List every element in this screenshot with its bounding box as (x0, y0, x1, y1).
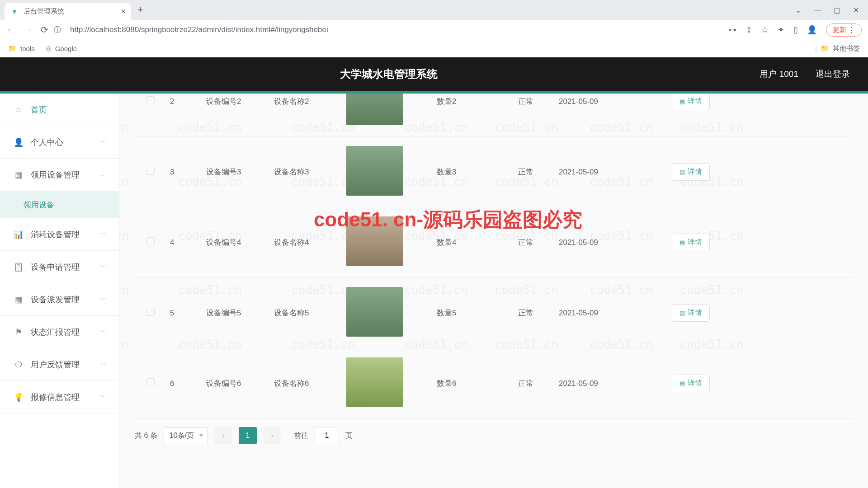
sidebar-item-4[interactable]: 📋 设备申请管理 ﹀ (0, 251, 119, 283)
sidebar: ⌂ 首页 👤 个人中心 ﹀ ▦ 领用设备管理 ︿ 领用设备 📊 消耗设备管理 ﹀… (0, 94, 119, 488)
cell-date: 2021-05-09 (555, 94, 646, 115)
row-checkbox[interactable] (146, 308, 155, 316)
pagination: 共 6 条 10条/页 ‹ 1 › 前往 页 (135, 419, 853, 452)
close-window-icon[interactable]: ✕ (853, 6, 859, 14)
detail-label: 详情 (688, 308, 702, 318)
detail-icon: ▤ (679, 310, 685, 316)
cell-status: 正常 (496, 369, 555, 398)
goto-suffix: 页 (345, 431, 353, 441)
chevron-down-icon: ﹀ (100, 230, 106, 239)
detail-button[interactable]: ▤ 详情 (672, 234, 710, 251)
goto-prefix: 前往 (294, 431, 308, 441)
sidebar-item-3[interactable]: 📊 消耗设备管理 ﹀ (0, 218, 119, 251)
password-key-icon[interactable]: ⊶ (728, 25, 736, 35)
thumbnail-image (346, 94, 403, 125)
cell-quantity: 数量2 (433, 94, 496, 116)
cell-status: 正常 (496, 158, 555, 186)
chevron-down-icon[interactable]: ⌄ (795, 6, 801, 14)
cell-status: 正常 (496, 228, 555, 257)
tab-title: 后台管理系统 (24, 7, 117, 16)
detail-button[interactable]: ▤ 详情 (672, 94, 710, 110)
cell-quantity: 数量4 (433, 228, 496, 257)
user-icon: 👤 (13, 137, 24, 147)
detail-icon: ▤ (679, 380, 685, 387)
cell-date: 2021-05-09 (555, 159, 646, 186)
sidebar-item-0[interactable]: ⌂ 首页 (0, 94, 119, 126)
cell-index: 3 (166, 159, 203, 186)
reload-icon[interactable]: ⟳ (41, 24, 48, 35)
goto-page-input[interactable] (315, 427, 339, 444)
sidebar-item-label: 领用设备管理 (31, 169, 80, 180)
sidebar-subitem[interactable]: 领用设备 (0, 191, 119, 218)
table-row: 5 设备编号5 设备名称5 数量5 正常 2021-05-09 ▤ 详情 (135, 278, 853, 348)
detail-icon: ▤ (679, 98, 685, 105)
bookmark-tools[interactable]: 📁 tools (8, 44, 35, 52)
side-panel-icon[interactable]: ▯ (793, 25, 798, 35)
row-checkbox[interactable] (146, 96, 155, 104)
bookmark-label: Google (55, 45, 77, 52)
vue-favicon-icon: ▼ (10, 7, 19, 16)
content-area: code51.cncode51.cncode51.cncode51.cncode… (119, 94, 868, 488)
chevron-down-icon: ﹀ (100, 138, 106, 146)
user-label: 用户 1001 (760, 68, 798, 80)
close-tab-icon[interactable]: × (121, 7, 126, 16)
cell-code: 设备编号5 (203, 299, 270, 327)
profile-icon[interactable]: 👤 (807, 25, 817, 35)
detail-button[interactable]: ▤ 详情 (672, 375, 710, 392)
sidebar-item-6[interactable]: ⚑ 状态汇报管理 ﹀ (0, 316, 119, 348)
table-row: 2 设备编号2 设备名称2 数量2 正常 2021-05-09 ▤ 详情 (135, 94, 853, 137)
thumbnail-image (346, 146, 403, 196)
tab-bar: ▼ 后台管理系统 × + ⌄ — ▢ ✕ (0, 0, 868, 20)
cell-name: 设备名称2 (270, 94, 343, 116)
detail-label: 详情 (688, 97, 702, 106)
browser-tab[interactable]: ▼ 后台管理系统 × (5, 3, 131, 20)
bookmark-star-icon[interactable]: ☆ (761, 25, 769, 35)
detail-icon: ▤ (679, 239, 685, 246)
prev-page-button[interactable]: ‹ (214, 427, 232, 444)
sidebar-item-7[interactable]: ❍ 用户反馈管理 ﹀ (0, 348, 119, 381)
next-page-button[interactable]: › (263, 427, 281, 444)
extensions-icon[interactable]: ✦ (778, 25, 784, 35)
app-title: 大学城水电管理系统 (18, 67, 760, 81)
new-tab-button[interactable]: + (137, 4, 143, 16)
maximize-icon[interactable]: ▢ (834, 6, 840, 14)
row-checkbox[interactable] (146, 167, 155, 175)
update-button[interactable]: 更新⋮ (826, 23, 862, 37)
bookmark-other[interactable]: 📁 其他书签 (821, 44, 860, 53)
cell-code: 设备编号3 (203, 158, 270, 186)
row-checkbox[interactable] (146, 237, 155, 245)
sidebar-item-8[interactable]: 💡 报修信息管理 ﹀ (0, 381, 119, 413)
sidebar-item-5[interactable]: ▦ 设备派发管理 ﹀ (0, 283, 119, 316)
sidebar-item-label: 状态汇报管理 (31, 327, 80, 338)
app-header: 大学城水电管理系统 用户 1001 退出登录 (0, 57, 868, 91)
share-icon[interactable]: ⇪ (745, 25, 752, 35)
bookmark-google[interactable]: ◎ Google (46, 44, 77, 52)
page-number-button[interactable]: 1 (239, 427, 257, 444)
row-checkbox[interactable] (146, 378, 155, 386)
cell-name: 设备名称4 (270, 228, 343, 257)
forward-icon[interactable]: → (24, 24, 33, 35)
folder-icon: 📁 (8, 44, 17, 52)
minimize-icon[interactable]: — (814, 6, 821, 14)
cell-name: 设备名称5 (270, 299, 343, 327)
cell-quantity: 数量5 (433, 299, 496, 327)
cell-status: 正常 (496, 299, 555, 327)
site-info-icon[interactable]: ⓘ (54, 25, 61, 35)
thumbnail-image (346, 287, 403, 337)
detail-button[interactable]: ▤ 详情 (672, 163, 710, 181)
sidebar-item-2[interactable]: ▦ 领用设备管理 ︿ (0, 159, 119, 191)
logout-button[interactable]: 退出登录 (816, 68, 850, 80)
cell-name: 设备名称6 (270, 369, 343, 398)
detail-label: 详情 (688, 379, 702, 388)
bookmark-label: tools (20, 45, 35, 52)
cell-code: 设备编号6 (203, 369, 270, 398)
back-icon[interactable]: ← (6, 24, 15, 35)
chevron-down-icon: ﹀ (100, 263, 106, 271)
cell-index: 2 (166, 94, 203, 115)
page-size-select[interactable]: 10条/页 (164, 427, 208, 444)
sidebar-item-1[interactable]: 👤 个人中心 ﹀ (0, 126, 119, 159)
detail-button[interactable]: ▤ 详情 (672, 304, 710, 322)
url-input[interactable]: http://localhost:8080/springbootrze22/ad… (66, 25, 723, 34)
sidebar-item-label: 报修信息管理 (31, 392, 80, 403)
sidebar-item-label: 用户反馈管理 (31, 359, 80, 370)
